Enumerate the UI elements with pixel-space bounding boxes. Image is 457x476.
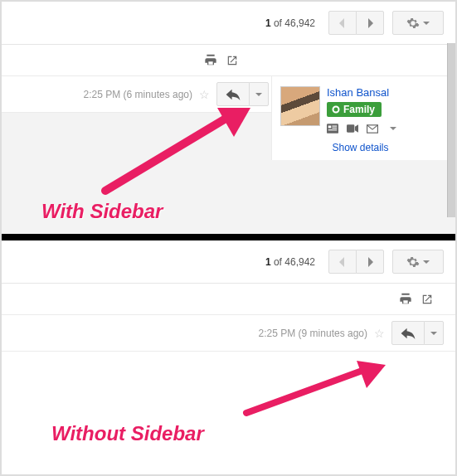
circle-icon — [332, 105, 340, 114]
message-body-area: 2:25 PM (6 minutes ago) ☆ Ishan Bansal F… — [2, 76, 455, 234]
message-timestamp: 2:25 PM (9 minutes ago) — [259, 328, 367, 339]
video-chat-icon[interactable] — [347, 124, 358, 133]
message-timestamp: 2:25 PM (6 minutes ago) — [84, 89, 192, 100]
new-window-icon[interactable] — [225, 53, 240, 68]
panel-without-sidebar: 1 of 46,942 2:25 PM (9 minutes ago) ☆ — [2, 240, 455, 476]
gear-icon — [406, 17, 420, 30]
top-toolbar: 1 of 46,942 — [2, 240, 455, 284]
svg-rect-4 — [332, 128, 337, 129]
dropdown-caret-icon — [423, 22, 430, 25]
panel-with-sidebar: 1 of 46,942 2:25 PM (6 minutes ago) ☆ — [2, 2, 455, 234]
next-button[interactable] — [356, 250, 384, 274]
svg-rect-5 — [328, 129, 338, 130]
section-divider — [2, 234, 455, 240]
svg-rect-2 — [328, 126, 332, 129]
message-actions-row — [2, 45, 455, 76]
message-body-area: 2:25 PM (9 minutes ago) ☆ — [2, 315, 455, 476]
gear-icon — [406, 255, 420, 269]
pager-nav — [328, 11, 384, 35]
prev-button[interactable] — [328, 11, 357, 35]
thread-counter: 1 of 46,942 — [265, 256, 315, 268]
contact-name-link[interactable]: Ishan Bansal — [327, 86, 396, 99]
settings-button[interactable] — [392, 11, 444, 35]
dropdown-caret-icon — [423, 260, 430, 264]
top-toolbar: 1 of 46,942 — [2, 2, 455, 45]
circle-badge[interactable]: Family — [327, 102, 382, 117]
show-details-link[interactable]: Show details — [280, 142, 440, 153]
more-caret-icon[interactable] — [390, 127, 396, 130]
next-button[interactable] — [356, 11, 384, 35]
star-icon[interactable]: ☆ — [374, 327, 385, 340]
contact-avatar — [280, 86, 320, 126]
star-icon[interactable]: ☆ — [199, 88, 210, 101]
reply-button-group — [216, 82, 269, 106]
reply-button[interactable] — [391, 321, 425, 345]
print-icon[interactable] — [398, 292, 413, 307]
scrollbar[interactable] — [447, 43, 455, 217]
reply-button-group — [391, 321, 444, 345]
new-window-icon[interactable] — [420, 292, 435, 307]
pager-nav — [328, 250, 384, 274]
svg-point-0 — [333, 107, 339, 113]
contact-sidebar-card: Ishan Bansal Family Show details — [271, 76, 447, 160]
settings-button[interactable] — [392, 250, 444, 274]
reply-more-button[interactable] — [249, 82, 269, 106]
message-header: 2:25 PM (9 minutes ago) ☆ — [2, 315, 455, 352]
details-card-icon[interactable] — [327, 124, 338, 134]
message-actions-row — [2, 284, 455, 315]
reply-button[interactable] — [216, 82, 250, 106]
email-icon[interactable] — [367, 124, 378, 134]
svg-rect-3 — [332, 126, 337, 127]
contact-action-icons — [327, 124, 396, 134]
svg-rect-6 — [347, 124, 354, 132]
prev-button[interactable] — [328, 250, 357, 274]
thread-counter: 1 of 46,942 — [265, 17, 315, 29]
print-icon[interactable] — [203, 53, 218, 68]
reply-more-button[interactable] — [424, 321, 444, 345]
